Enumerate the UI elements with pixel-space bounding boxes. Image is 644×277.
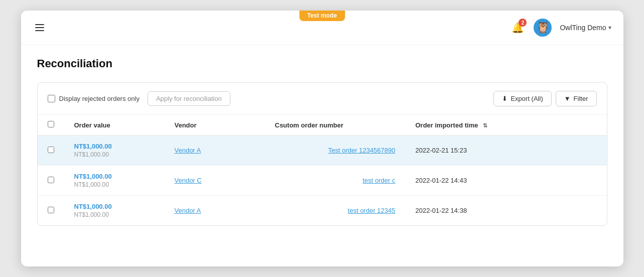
notification-badge: 2 (519, 19, 527, 27)
apply-reconciliation-button[interactable]: Apply for reconciliation (148, 91, 230, 106)
cell-order-imported-time: 2022-01-22 14:43 (406, 166, 607, 196)
order-value-main: NT$1,000.00 (74, 143, 155, 150)
th-order-value: Order value (64, 115, 165, 135)
page-content: Reconciliation Display rejected orders o… (21, 45, 623, 238)
orders-table: Order value Vendor Csutom order number O… (38, 115, 607, 225)
display-rejected-checkbox[interactable] (48, 95, 55, 102)
table-row: NT$1,000.00 NT$1,000.00 Vendor A test or… (38, 196, 607, 226)
cell-order-value: NT$1,000.00 NT$1,000.00 (64, 196, 165, 226)
notification-bell[interactable]: 🔔 2 (509, 20, 526, 36)
th-order-imported-time: Order imported time ⇅ (406, 115, 607, 135)
menu-button[interactable] (33, 22, 46, 33)
export-button[interactable]: ⬇ Export (All) (493, 91, 551, 106)
order-value-sub: NT$1,000.00 (74, 211, 155, 218)
order-value-main: NT$1,000.00 (74, 173, 155, 180)
header-right: 🔔 2 🦉 OwlTing Demo ▾ (509, 19, 611, 37)
cell-custom-order-number: Test order 1234567890 (265, 135, 406, 166)
chevron-down-icon: ▾ (608, 24, 611, 31)
row-checkbox-cell (38, 166, 64, 196)
table-row: NT$1,000.00 NT$1,000.00 Vendor A Test or… (38, 135, 607, 166)
order-imported-time-value: 2022-01-22 14:43 (416, 177, 467, 184)
export-label: Export (All) (510, 95, 543, 102)
sort-icon[interactable]: ⇅ (483, 122, 487, 128)
row-checkbox-cell (38, 135, 64, 166)
row-checkbox[interactable] (48, 147, 54, 153)
cell-order-imported-time: 2022-01-22 14:38 (406, 196, 607, 226)
filter-icon: ▼ (564, 95, 571, 102)
th-vendor: Vendor (165, 115, 265, 135)
vendor-link[interactable]: Vendor C (175, 177, 202, 184)
cell-vendor: Vendor C (165, 166, 265, 196)
order-value-main: NT$1,000.00 (74, 203, 155, 210)
filter-label: Filter (574, 95, 588, 102)
th-checkbox (38, 115, 64, 135)
row-checkbox[interactable] (48, 177, 54, 183)
select-all-checkbox[interactable] (48, 121, 54, 127)
order-value-sub: NT$1,000.00 (74, 181, 155, 188)
custom-order-link[interactable]: test order 12345 (348, 207, 396, 214)
toolbar-right: ⬇ Export (All) ▼ Filter (493, 91, 596, 106)
page-title: Reconciliation (37, 57, 607, 70)
cell-vendor: Vendor A (165, 196, 265, 226)
user-name-label: OwlTing Demo (560, 24, 606, 32)
avatar-icon: 🦉 (536, 21, 550, 34)
order-imported-time-value: 2022-02-21 15:23 (416, 147, 467, 154)
order-imported-time-value: 2022-01-22 14:38 (416, 207, 467, 214)
row-checkbox-cell (38, 196, 64, 226)
avatar: 🦉 (534, 19, 552, 37)
cell-vendor: Vendor A (165, 135, 265, 166)
toolbar-left: Display rejected orders only Apply for r… (48, 91, 230, 106)
table-body: NT$1,000.00 NT$1,000.00 Vendor A Test or… (38, 135, 607, 226)
filter-button[interactable]: ▼ Filter (556, 91, 597, 106)
user-menu[interactable]: OwlTing Demo ▾ (560, 24, 611, 32)
order-imported-time-label: Order imported time (416, 121, 478, 129)
toolbar: Display rejected orders only Apply for r… (38, 83, 607, 115)
export-icon: ⬇ (502, 95, 507, 102)
cell-order-imported-time: 2022-02-21 15:23 (406, 135, 607, 166)
header: Test mode 🔔 2 🦉 OwlTing Demo ▾ (21, 11, 623, 45)
cell-custom-order-number: test order 12345 (265, 196, 406, 226)
cell-custom-order-number: test order c (265, 166, 406, 196)
cell-order-value: NT$1,000.00 NT$1,000.00 (64, 135, 165, 166)
order-value-sub: NT$1,000.00 (74, 151, 155, 158)
row-checkbox[interactable] (48, 207, 54, 213)
display-rejected-text: Display rejected orders only (59, 95, 140, 102)
cell-order-value: NT$1,000.00 NT$1,000.00 (64, 166, 165, 196)
table-header-row: Order value Vendor Csutom order number O… (38, 115, 607, 135)
custom-order-link[interactable]: test order c (362, 177, 395, 184)
vendor-link[interactable]: Vendor A (175, 207, 201, 214)
display-rejected-label[interactable]: Display rejected orders only (48, 95, 140, 102)
vendor-link[interactable]: Vendor A (175, 147, 201, 154)
reconciliation-card: Display rejected orders only Apply for r… (37, 82, 607, 226)
table-row: NT$1,000.00 NT$1,000.00 Vendor C test or… (38, 166, 607, 196)
header-left (33, 22, 46, 33)
th-custom-order-number: Csutom order number (265, 115, 406, 135)
test-mode-badge: Test mode (299, 11, 345, 21)
custom-order-link[interactable]: Test order 1234567890 (328, 147, 396, 154)
main-window: Test mode 🔔 2 🦉 OwlTing Demo ▾ Reconcili… (21, 11, 623, 266)
